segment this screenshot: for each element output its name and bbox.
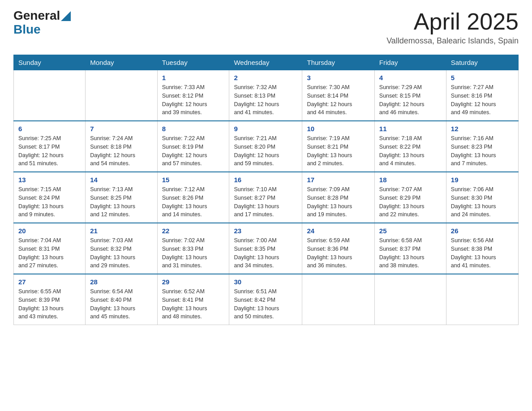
- calendar-cell: 18Sunrise: 7:07 AMSunset: 8:29 PMDayligh…: [374, 172, 446, 223]
- day-number: 26: [451, 227, 514, 235]
- day-number: 23: [234, 227, 297, 235]
- day-number: 13: [18, 176, 81, 184]
- calendar-cell: 25Sunrise: 6:58 AMSunset: 8:37 PMDayligh…: [374, 223, 446, 274]
- page-header: General Blue April 2025 Valldemossa, Bal…: [13, 9, 519, 46]
- calendar-cell: 9Sunrise: 7:21 AMSunset: 8:20 PMDaylight…: [229, 121, 302, 172]
- calendar-cell: [86, 70, 157, 121]
- calendar-week-row: 27Sunrise: 6:55 AMSunset: 8:39 PMDayligh…: [14, 274, 519, 325]
- day-number: 14: [90, 176, 152, 184]
- day-number: 30: [234, 278, 297, 286]
- calendar-cell: 8Sunrise: 7:22 AMSunset: 8:19 PMDaylight…: [157, 121, 229, 172]
- page-subtitle: Valldemossa, Balearic Islands, Spain: [386, 36, 519, 46]
- day-info: Sunrise: 7:30 AMSunset: 8:14 PMDaylight:…: [307, 83, 369, 117]
- day-info: Sunrise: 7:04 AMSunset: 8:31 PMDaylight:…: [18, 236, 81, 270]
- day-number: 7: [90, 125, 152, 133]
- calendar-cell: 22Sunrise: 7:02 AMSunset: 8:33 PMDayligh…: [157, 223, 229, 274]
- calendar-table: SundayMondayTuesdayWednesdayThursdayFrid…: [13, 55, 519, 325]
- calendar-cell: 21Sunrise: 7:03 AMSunset: 8:32 PMDayligh…: [86, 223, 157, 274]
- calendar-cell: 20Sunrise: 7:04 AMSunset: 8:31 PMDayligh…: [14, 223, 86, 274]
- calendar-cell: 26Sunrise: 6:56 AMSunset: 8:38 PMDayligh…: [446, 223, 518, 274]
- calendar-cell: 29Sunrise: 6:52 AMSunset: 8:41 PMDayligh…: [157, 274, 229, 325]
- calendar-cell: 15Sunrise: 7:12 AMSunset: 8:26 PMDayligh…: [157, 172, 229, 223]
- day-info: Sunrise: 7:29 AMSunset: 8:15 PMDaylight:…: [379, 83, 442, 117]
- day-info: Sunrise: 6:59 AMSunset: 8:36 PMDaylight:…: [307, 236, 369, 270]
- day-number: 20: [18, 227, 81, 235]
- day-number: 9: [234, 125, 297, 133]
- day-info: Sunrise: 7:15 AMSunset: 8:24 PMDaylight:…: [18, 185, 81, 219]
- title-area: April 2025 Valldemossa, Balearic Islands…: [386, 9, 519, 46]
- calendar-header-row: SundayMondayTuesdayWednesdayThursdayFrid…: [14, 55, 519, 70]
- day-info: Sunrise: 7:18 AMSunset: 8:22 PMDaylight:…: [379, 134, 442, 168]
- calendar-cell: 10Sunrise: 7:19 AMSunset: 8:21 PMDayligh…: [302, 121, 374, 172]
- page-title: April 2025: [386, 9, 519, 34]
- day-number: 5: [451, 74, 514, 81]
- day-number: 28: [90, 278, 152, 286]
- day-info: Sunrise: 7:33 AMSunset: 8:12 PMDaylight:…: [162, 83, 225, 117]
- calendar-week-row: 20Sunrise: 7:04 AMSunset: 8:31 PMDayligh…: [14, 223, 519, 274]
- calendar-cell: 12Sunrise: 7:16 AMSunset: 8:23 PMDayligh…: [446, 121, 518, 172]
- day-number: 12: [451, 125, 514, 133]
- day-info: Sunrise: 7:00 AMSunset: 8:35 PMDaylight:…: [234, 236, 297, 270]
- calendar-cell: 6Sunrise: 7:25 AMSunset: 8:17 PMDaylight…: [14, 121, 86, 172]
- calendar-cell: 17Sunrise: 7:09 AMSunset: 8:28 PMDayligh…: [302, 172, 374, 223]
- day-number: 29: [162, 278, 225, 286]
- logo-blue: Blue: [13, 23, 71, 37]
- calendar-cell: 16Sunrise: 7:10 AMSunset: 8:27 PMDayligh…: [229, 172, 302, 223]
- calendar-cell: 11Sunrise: 7:18 AMSunset: 8:22 PMDayligh…: [374, 121, 446, 172]
- calendar-day-header: Monday: [86, 55, 157, 70]
- calendar-cell: 7Sunrise: 7:24 AMSunset: 8:18 PMDaylight…: [86, 121, 157, 172]
- day-number: 24: [307, 227, 369, 235]
- day-number: 19: [451, 176, 514, 184]
- calendar-week-row: 1Sunrise: 7:33 AMSunset: 8:12 PMDaylight…: [14, 70, 519, 121]
- calendar-week-row: 13Sunrise: 7:15 AMSunset: 8:24 PMDayligh…: [14, 172, 519, 223]
- day-number: 17: [307, 176, 369, 184]
- calendar-day-header: Friday: [374, 55, 446, 70]
- logo-triangle-icon: [61, 11, 71, 21]
- logo-general: General: [13, 9, 60, 23]
- calendar-day-header: Saturday: [446, 55, 518, 70]
- calendar-cell: 1Sunrise: 7:33 AMSunset: 8:12 PMDaylight…: [157, 70, 229, 121]
- day-info: Sunrise: 7:32 AMSunset: 8:13 PMDaylight:…: [234, 83, 297, 117]
- day-info: Sunrise: 7:19 AMSunset: 8:21 PMDaylight:…: [307, 134, 369, 168]
- day-number: 21: [90, 227, 152, 235]
- day-info: Sunrise: 7:10 AMSunset: 8:27 PMDaylight:…: [234, 185, 297, 219]
- day-number: 11: [379, 125, 442, 133]
- calendar-cell: 3Sunrise: 7:30 AMSunset: 8:14 PMDaylight…: [302, 70, 374, 121]
- day-info: Sunrise: 6:54 AMSunset: 8:40 PMDaylight:…: [90, 287, 152, 321]
- calendar-week-row: 6Sunrise: 7:25 AMSunset: 8:17 PMDaylight…: [14, 121, 519, 172]
- calendar-cell: 27Sunrise: 6:55 AMSunset: 8:39 PMDayligh…: [14, 274, 86, 325]
- day-number: 22: [162, 227, 225, 235]
- day-info: Sunrise: 6:55 AMSunset: 8:39 PMDaylight:…: [18, 287, 81, 321]
- calendar-cell: [14, 70, 86, 121]
- calendar-cell: 13Sunrise: 7:15 AMSunset: 8:24 PMDayligh…: [14, 172, 86, 223]
- calendar-cell: 2Sunrise: 7:32 AMSunset: 8:13 PMDaylight…: [229, 70, 302, 121]
- day-number: 8: [162, 125, 225, 133]
- day-number: 16: [234, 176, 297, 184]
- day-number: 2: [234, 74, 297, 81]
- calendar-cell: 19Sunrise: 7:06 AMSunset: 8:30 PMDayligh…: [446, 172, 518, 223]
- calendar-day-header: Wednesday: [229, 55, 302, 70]
- day-number: 3: [307, 74, 369, 81]
- day-number: 15: [162, 176, 225, 184]
- day-info: Sunrise: 7:07 AMSunset: 8:29 PMDaylight:…: [379, 185, 442, 219]
- calendar-cell: [446, 274, 518, 325]
- calendar-cell: 23Sunrise: 7:00 AMSunset: 8:35 PMDayligh…: [229, 223, 302, 274]
- day-number: 6: [18, 125, 81, 133]
- calendar-day-header: Thursday: [302, 55, 374, 70]
- logo: General Blue: [13, 9, 71, 37]
- day-info: Sunrise: 7:22 AMSunset: 8:19 PMDaylight:…: [162, 134, 225, 168]
- calendar-cell: 24Sunrise: 6:59 AMSunset: 8:36 PMDayligh…: [302, 223, 374, 274]
- day-info: Sunrise: 6:51 AMSunset: 8:42 PMDaylight:…: [234, 287, 297, 321]
- calendar-cell: 14Sunrise: 7:13 AMSunset: 8:25 PMDayligh…: [86, 172, 157, 223]
- calendar-cell: [374, 274, 446, 325]
- day-info: Sunrise: 6:58 AMSunset: 8:37 PMDaylight:…: [379, 236, 442, 270]
- svg-marker-0: [61, 11, 71, 21]
- calendar-cell: 30Sunrise: 6:51 AMSunset: 8:42 PMDayligh…: [229, 274, 302, 325]
- calendar-cell: [302, 274, 374, 325]
- day-info: Sunrise: 6:56 AMSunset: 8:38 PMDaylight:…: [451, 236, 514, 270]
- day-number: 10: [307, 125, 369, 133]
- day-info: Sunrise: 7:24 AMSunset: 8:18 PMDaylight:…: [90, 134, 152, 168]
- calendar-cell: 4Sunrise: 7:29 AMSunset: 8:15 PMDaylight…: [374, 70, 446, 121]
- day-info: Sunrise: 7:09 AMSunset: 8:28 PMDaylight:…: [307, 185, 369, 219]
- day-info: Sunrise: 7:16 AMSunset: 8:23 PMDaylight:…: [451, 134, 514, 168]
